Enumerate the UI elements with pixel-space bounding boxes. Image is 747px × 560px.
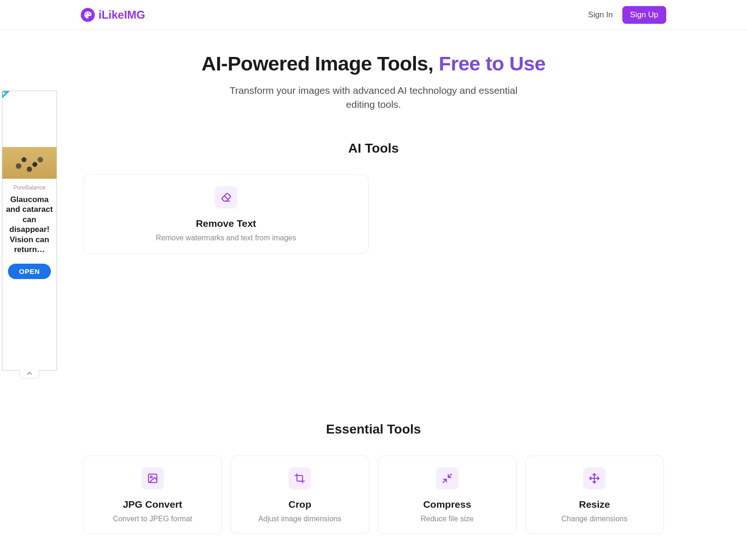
eraser-icon (215, 186, 237, 209)
image-icon (141, 467, 164, 490)
hero: AI-Powered Image Tools, Free to Use Tran… (0, 30, 747, 112)
chevron-up-icon (26, 370, 33, 379)
tool-card-crop[interactable]: Crop Adjust image dimensions (231, 455, 370, 534)
ad-brand: PureBalance (2, 184, 56, 191)
signin-button[interactable]: Sign In (585, 7, 616, 23)
brand-name: iLikeIMG (99, 8, 145, 21)
header: iLikeIMG Sign In Sign Up (0, 0, 747, 30)
ai-tools-row: Remove Text Remove watermarks and text f… (83, 175, 664, 254)
tool-card-title: Compress (384, 499, 511, 510)
play-icon (3, 91, 6, 95)
move-icon (583, 467, 606, 490)
tool-card-title: JPG Convert (89, 499, 216, 510)
tool-card-desc: Reduce file size (384, 515, 511, 523)
tool-card-resize[interactable]: Resize Change dimensions (525, 455, 664, 534)
svg-point-1 (150, 476, 152, 478)
hero-title-plain: AI-Powered Image Tools, (202, 52, 439, 75)
crop-icon (289, 467, 311, 490)
header-actions: Sign In Sign Up (585, 6, 666, 24)
tool-card-desc: Remove watermarks and text from images (93, 234, 359, 242)
ad-collapse-button[interactable] (20, 370, 39, 378)
essential-tools-heading: Essential Tools (0, 422, 747, 437)
tool-card-jpg-convert[interactable]: JPG Convert Convert to JPEG format (83, 455, 222, 534)
tool-card-title: Remove Text (93, 218, 359, 229)
tool-card-title: Crop (237, 499, 364, 510)
compress-icon (436, 467, 458, 490)
tool-card-desc: Change dimensions (531, 515, 658, 523)
tool-card-remove-text[interactable]: Remove Text Remove watermarks and text f… (83, 175, 369, 254)
ad-image (2, 147, 56, 179)
essential-tools-grid: JPG Convert Convert to JPEG format Crop … (83, 455, 664, 534)
ad-open-button[interactable]: OPEN (8, 264, 51, 279)
tool-card-title: Resize (531, 499, 658, 510)
hero-title: AI-Powered Image Tools, Free to Use (0, 52, 747, 75)
hero-subtitle: Transform your images with advanced AI t… (224, 84, 523, 112)
ai-tools-heading: AI Tools (0, 141, 747, 156)
palette-icon (81, 8, 95, 22)
sidebar-ad[interactable]: PureBalance Glaucoma and cataract can di… (2, 91, 57, 371)
tool-card-desc: Convert to JPEG format (89, 515, 216, 523)
tool-card-compress[interactable]: Compress Reduce file size (378, 455, 517, 534)
hero-title-accent: Free to Use (439, 52, 546, 75)
brand-logo[interactable]: iLikeIMG (81, 8, 145, 22)
tool-card-desc: Adjust image dimensions (237, 515, 364, 523)
ad-headline: Glaucoma and cataract can disappear! Vis… (2, 195, 56, 254)
signup-button[interactable]: Sign Up (622, 6, 666, 24)
